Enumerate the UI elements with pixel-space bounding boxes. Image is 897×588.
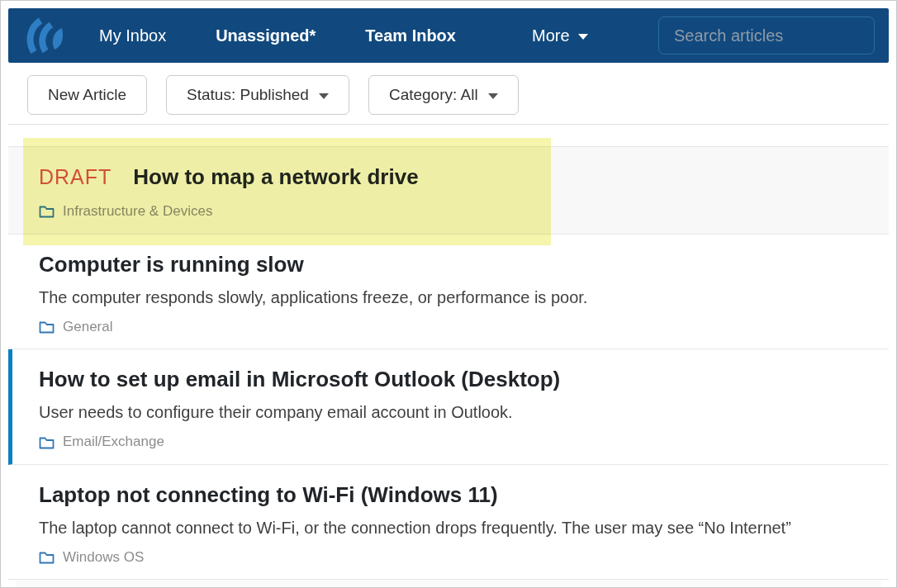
nav-item-my-inbox[interactable]: My Inbox [99, 26, 166, 45]
article-list: DRAFT How to map a network drive Infrast… [8, 146, 889, 588]
next-row-partial [16, 580, 881, 588]
app-window: My Inbox Unassigned* Team Inbox More New… [0, 0, 897, 588]
article-category-label: Infrastructure & Devices [63, 203, 212, 220]
article-row[interactable]: Laptop not connecting to Wi-Fi (Windows … [8, 465, 889, 581]
status-filter-label: Status: Published [187, 86, 309, 104]
nav-item-more[interactable]: More [532, 26, 588, 45]
caret-down-icon [319, 93, 329, 99]
article-row[interactable]: Computer is running slow The computer re… [8, 235, 889, 350]
article-row-selected[interactable]: How to set up email in Microsoft Outlook… [8, 349, 889, 465]
article-description: The computer responds slowly, applicatio… [39, 287, 867, 307]
folder-icon [39, 320, 55, 334]
title-line: Laptop not connecting to Wi-Fi (Windows … [39, 482, 867, 508]
article-category: Windows OS [39, 549, 867, 566]
article-row-draft[interactable]: DRAFT How to map a network drive Infrast… [8, 146, 889, 235]
category-filter-dropdown[interactable]: Category: All [368, 75, 519, 115]
nav-item-more-label: More [532, 26, 570, 45]
brand-swoosh-logo[interactable] [26, 17, 72, 55]
article-description: User needs to configure their company em… [39, 402, 867, 422]
toolbar: New Article Status: Published Category: … [8, 63, 889, 125]
article-category: General [39, 319, 867, 335]
article-category-label: General [63, 319, 112, 335]
article-description: The laptop cannot connect to Wi-Fi, or t… [39, 518, 867, 538]
search-input[interactable] [658, 17, 875, 55]
folder-icon [39, 436, 55, 449]
nav-item-team-inbox[interactable]: Team Inbox [365, 26, 456, 45]
article-title[interactable]: How to set up email in Microsoft Outlook… [39, 367, 560, 392]
title-line: How to set up email in Microsoft Outlook… [39, 367, 867, 392]
caret-down-icon [578, 34, 588, 40]
article-category-label: Email/Exchange [63, 434, 164, 450]
title-line: Computer is running slow [39, 252, 867, 277]
folder-icon [39, 551, 55, 564]
top-navbar: My Inbox Unassigned* Team Inbox More [8, 8, 889, 63]
caret-down-icon [488, 93, 498, 99]
article-title[interactable]: How to map a network drive [133, 164, 418, 190]
tutorial-highlight-overlay [23, 138, 551, 245]
nav-item-unassigned[interactable]: Unassigned* [216, 26, 316, 45]
article-category: Infrastructure & Devices [39, 203, 867, 220]
article-title[interactable]: Computer is running slow [39, 252, 304, 277]
search-wrapper [658, 17, 875, 55]
folder-icon [39, 205, 55, 218]
new-article-button[interactable]: New Article [27, 75, 147, 115]
status-filter-dropdown[interactable]: Status: Published [166, 75, 349, 115]
category-filter-label: Category: All [389, 86, 478, 104]
article-category-label: Windows OS [63, 549, 144, 566]
title-line: DRAFT How to map a network drive [39, 164, 867, 190]
article-title[interactable]: Laptop not connecting to Wi-Fi (Windows … [39, 482, 498, 508]
article-category: Email/Exchange [39, 434, 867, 450]
draft-status-badge: DRAFT [39, 164, 112, 189]
